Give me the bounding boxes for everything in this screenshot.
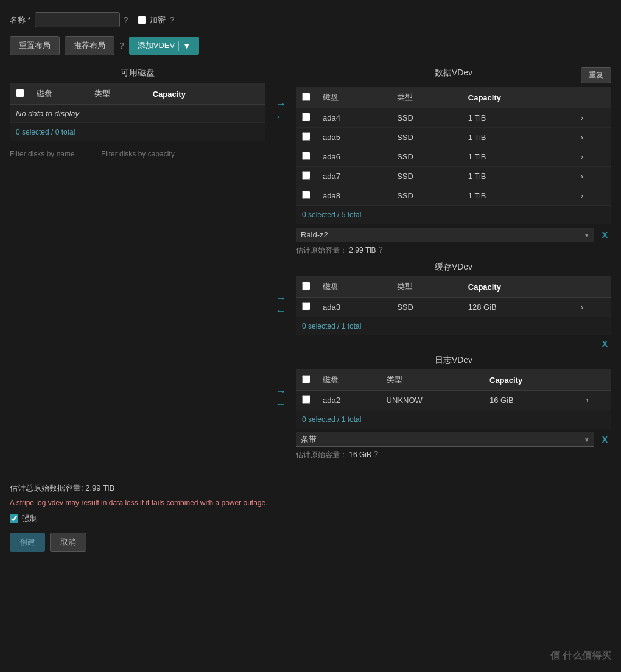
table-row: ada8 SSD 1 TiB › (296, 186, 611, 206)
log-col-capacity: Capacity (483, 369, 580, 391)
transfer-left-arrow-cache[interactable]: ← (275, 305, 286, 318)
add-vdev-dropdown-arrow[interactable]: ▼ (178, 41, 191, 51)
select-all-data[interactable] (302, 93, 310, 101)
name-input[interactable] (35, 12, 120, 27)
cache-vdev-x-button[interactable]: X (598, 338, 611, 350)
log-vdev-type-select[interactable]: 条带 Mirror (296, 432, 594, 447)
select-all-available[interactable] (16, 89, 24, 97)
cache-col-capacity: Capacity (462, 276, 575, 298)
log-section-wrap: → ← 日志VDev 磁盘 类型 Capacity (296, 355, 611, 460)
bottom-area: 估计总原始数据容量: 2.99 TiB A stripe log vdev ma… (10, 475, 611, 552)
select-all-cache[interactable] (302, 282, 310, 290)
data-vdev-title: 数据VDev (435, 68, 472, 79)
disk-chevron[interactable]: › (575, 108, 611, 128)
log-col-disk: 磁盘 (317, 369, 381, 391)
transfer-right-arrow-cache[interactable]: → (275, 292, 286, 305)
disk-name[interactable]: ada4 (317, 108, 391, 128)
force-label: 强制 (22, 513, 38, 524)
disk-chevron[interactable]: › (575, 298, 611, 317)
disk-chevron[interactable]: › (575, 186, 611, 206)
table-row: ada5 SSD 1 TiB › (296, 128, 611, 147)
disk-checkbox[interactable] (302, 132, 310, 141)
name-label: 名称 * (10, 15, 31, 26)
col-type-header: 类型 (88, 83, 146, 105)
cache-selected-count: 0 selected / 1 total (296, 317, 611, 335)
disk-checkbox[interactable] (302, 152, 310, 160)
disk-type: SSD (391, 128, 462, 147)
transfer-left-arrow-data[interactable]: ← (275, 111, 286, 124)
reset-button[interactable]: 重复 (581, 67, 611, 83)
disk-capacity: 1 TiB (462, 108, 575, 128)
disk-chevron[interactable]: › (580, 391, 611, 410)
data-vdev-estimated: 估计原始容量： 2.99 TiB ? (296, 245, 611, 256)
log-vdev-type-wrap: 条带 Mirror (296, 432, 594, 447)
transfer-right-arrow-log[interactable]: → (275, 385, 286, 398)
reset-layout-button[interactable]: 重置布局 (10, 36, 60, 55)
warning-text: A stripe log vdev may result in data los… (10, 499, 611, 507)
data-selected-count: 0 selected / 5 total (296, 206, 611, 224)
encrypt-checkbox[interactable] (138, 16, 146, 24)
cache-col-type: 类型 (391, 276, 462, 298)
transfer-col-data: → ← (265, 68, 296, 124)
disk-type: SSD (391, 147, 462, 167)
transfer-right-arrow-data[interactable]: → (275, 98, 286, 111)
filter-row (10, 147, 265, 161)
disk-name[interactable]: ada2 (317, 391, 381, 410)
suggest-help-icon[interactable]: ? (119, 41, 124, 51)
filter-capacity-input[interactable] (101, 147, 186, 161)
page-container: 名称 * ? 加密 ? 重置布局 推荐布局 ? 添加VDEV ▼ 可用磁盘 (0, 0, 621, 564)
log-est-help[interactable]: ? (373, 449, 378, 459)
transfer-left-arrow-log[interactable]: ← (275, 398, 286, 411)
data-est-help[interactable]: ? (378, 245, 383, 254)
data-vdev-x-button[interactable]: X (598, 229, 611, 241)
add-vdev-button[interactable]: 添加VDEV ▼ (129, 37, 199, 55)
disk-checkbox[interactable] (302, 191, 310, 199)
disk-chevron[interactable]: › (575, 128, 611, 147)
available-selected-count: 0 selected / 0 total (10, 123, 265, 141)
disk-type: SSD (391, 298, 462, 317)
action-btns: 创建 取消 (10, 533, 611, 552)
transfer-col-cache: → ← (265, 262, 296, 318)
data-vdev-type-select[interactable]: Raid-z2 Raid-z1 Mirror Stripe (296, 228, 594, 242)
cache-vdev-section: 缓存VDev 磁盘 类型 Capacity (296, 262, 611, 350)
disk-checkbox[interactable] (302, 113, 310, 121)
disk-type: SSD (391, 167, 462, 186)
log-vdev-x-button[interactable]: X (598, 433, 611, 446)
disk-checkbox[interactable] (302, 395, 310, 404)
cache-vdev-table: 磁盘 类型 Capacity ada3 SSD 128 GiB › (296, 276, 611, 317)
table-row: ada2 UNKNOW 16 GiB › (296, 391, 611, 410)
disk-name[interactable]: ada8 (317, 186, 391, 206)
disk-capacity: 16 GiB (483, 391, 580, 410)
disk-type: SSD (391, 186, 462, 206)
filter-name-input[interactable] (10, 147, 95, 161)
disk-name[interactable]: ada6 (317, 147, 391, 167)
cancel-button[interactable]: 取消 (50, 533, 86, 552)
disk-checkbox[interactable] (302, 302, 310, 310)
name-help-icon[interactable]: ? (124, 15, 128, 25)
disk-name[interactable]: ada5 (317, 128, 391, 147)
force-checkbox[interactable] (10, 514, 18, 523)
disk-type: SSD (391, 108, 462, 128)
force-wrap: 强制 (10, 513, 611, 524)
name-field-wrap: 名称 * ? (10, 12, 128, 27)
no-data-text: No data to display (10, 105, 265, 123)
log-vdev-controls: 条带 Mirror X (296, 432, 611, 447)
disk-name[interactable]: ada7 (317, 167, 391, 186)
disk-chevron[interactable]: › (575, 147, 611, 167)
disk-capacity: 1 TiB (462, 147, 575, 167)
encrypt-help-icon[interactable]: ? (169, 15, 174, 25)
disk-chevron[interactable]: › (575, 167, 611, 186)
select-all-log[interactable] (302, 375, 310, 383)
create-button[interactable]: 创建 (10, 533, 45, 552)
disk-name[interactable]: ada3 (317, 298, 391, 317)
cache-vdev-title: 缓存VDev (296, 262, 611, 273)
suggest-layout-button[interactable]: 推荐布局 (65, 36, 114, 55)
table-row: ada3 SSD 128 GiB › (296, 298, 611, 317)
watermark: 值 什么值得买 (550, 649, 611, 662)
log-vdev-section: 日志VDev 磁盘 类型 Capacity (296, 355, 611, 460)
disk-checkbox[interactable] (302, 171, 310, 180)
disk-capacity: 1 TiB (462, 167, 575, 186)
data-vdev-header-row: 数据VDev 重复 (296, 68, 611, 82)
left-panel: 可用磁盘 磁盘 类型 Capacity No data to display (10, 68, 265, 161)
btn-row: 重置布局 推荐布局 ? 添加VDEV ▼ (10, 36, 611, 55)
